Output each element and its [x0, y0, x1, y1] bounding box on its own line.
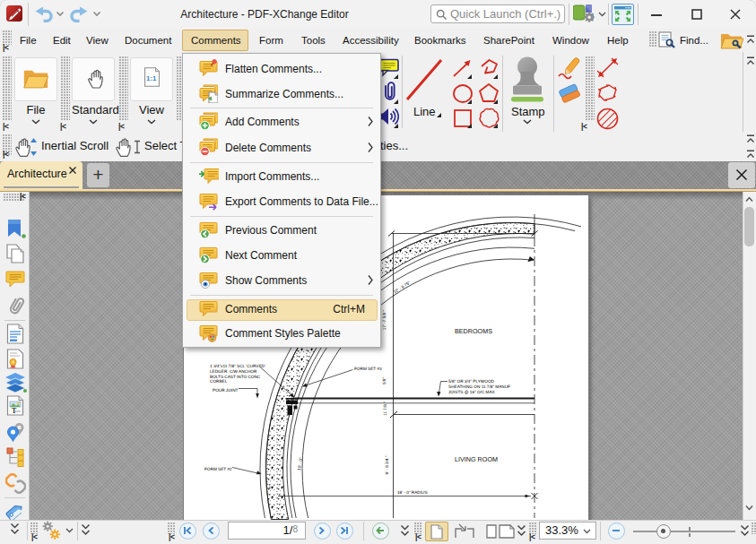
svg-text:5/8": 5/8": [382, 377, 387, 385]
svg-text:FORM SET #3: FORM SET #3: [354, 367, 382, 371]
svg-text:1 3/4"x11 7/8" SCL 'CURVED': 1 3/4"x11 7/8" SCL 'CURVED': [210, 364, 265, 368]
svg-text:POUR JOINT: POUR JOINT: [213, 388, 239, 393]
svg-text:LEDGER, C/W ANCHOR: LEDGER, C/W ANCHOR: [210, 369, 257, 374]
svg-text:22' - 9.75": 22' - 9.75": [393, 281, 412, 295]
svg-text:5/8" OR 3/4" PLYWOOD: 5/8" OR 3/4" PLYWOOD: [448, 379, 495, 384]
svg-text:17' -7 5/8 ": 17' -7 5/8 ": [382, 309, 387, 330]
svg-text:11 7/8 ": 11 7/8 ": [383, 402, 387, 416]
svg-text:FORM SET #2: FORM SET #2: [204, 467, 232, 471]
svg-text:BEDROOMS: BEDROOMS: [455, 327, 492, 335]
svg-text:LIVING ROOM: LIVING ROOM: [455, 455, 498, 463]
svg-text:4": 4": [268, 486, 273, 490]
svg-text:BOLTS CAST INTO CONC: BOLTS CAST INTO CONC: [210, 375, 261, 379]
svg-text:18' - 0" RADIUS: 18' - 0" RADIUS: [397, 490, 428, 495]
svg-text:9' - 8 3/4 ": 9' - 8 3/4 ": [385, 455, 389, 474]
svg-text:JOISTS @ 16" O/C MAX: JOISTS @ 16" O/C MAX: [448, 390, 496, 394]
svg-text:1:1: 1:1: [146, 74, 157, 82]
svg-text:SHEATHING ON 11 7/8" MANUF: SHEATHING ON 11 7/8" MANUF: [448, 384, 510, 389]
svg-text:CORBEL: CORBEL: [210, 379, 228, 384]
